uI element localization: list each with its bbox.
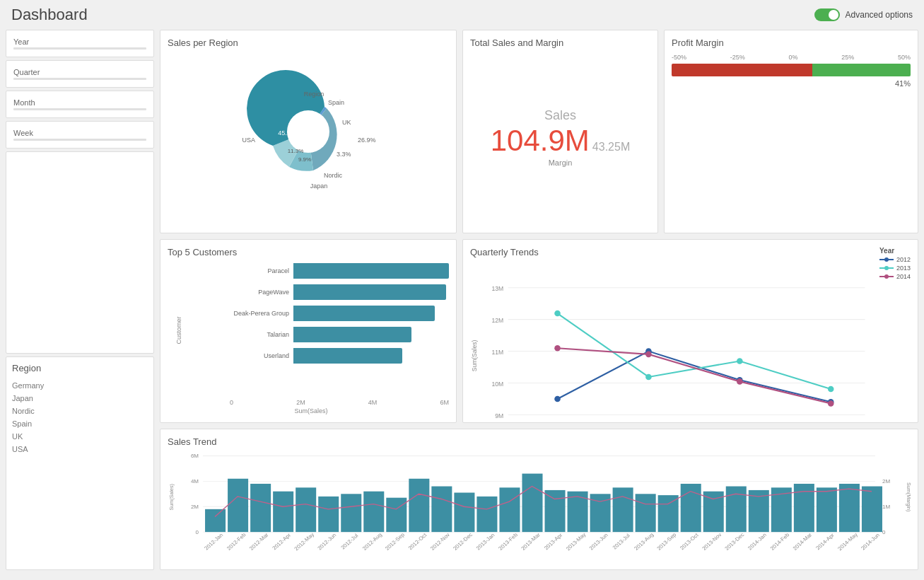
legend-2013: 2013 (879, 265, 911, 272)
trend-yr-0: 0 (882, 529, 885, 535)
trend-y-2m: 2M (191, 504, 199, 509)
bar-29 (862, 487, 882, 533)
x-label-7: 2012-Aug (361, 532, 383, 552)
bar-2 (250, 484, 271, 532)
bar-18 (613, 487, 633, 532)
sales-per-region-title: Sales per Region (168, 37, 449, 48)
pm-bar-red (672, 64, 812, 76)
bar-fill-userland (293, 348, 402, 364)
year-filter-bar (13, 47, 146, 50)
x-label-q2: Q2 (645, 422, 653, 423)
bar-15 (545, 490, 566, 532)
dot-2014-q3 (737, 378, 743, 385)
x-label-23: 2013-Dec (723, 532, 745, 552)
x-label-18: 2013-Jul (612, 533, 632, 551)
x-label-29: 2014-Jun (860, 532, 881, 551)
region-item-spain[interactable]: Spain (12, 417, 148, 430)
pm-bar-track (672, 64, 911, 76)
bar-track-userland (293, 348, 449, 364)
x-label-0: 2012-Jan (203, 532, 224, 551)
bar-19 (636, 494, 656, 532)
total-sales-content: Sales 104.9M 43.25M Margin (470, 54, 650, 221)
x-label-4: 2012-May (293, 531, 315, 552)
pct-nordic: 9.9% (298, 156, 311, 163)
bar-row-pagewave: PageWave (230, 284, 449, 300)
region-item-nordic[interactable]: Nordic (12, 405, 148, 417)
x-label-20: 2013-Sep (655, 532, 677, 552)
svg-point-3 (884, 266, 889, 270)
top-row: Sales per Region (160, 30, 918, 233)
margin-label: Margin (549, 158, 573, 167)
bar-9 (409, 479, 429, 532)
advanced-options-toggle[interactable] (814, 8, 840, 21)
margin-value-inline: 43.25M (592, 141, 630, 153)
x-label-27: 2014-Apr (814, 532, 836, 551)
region-item-uk[interactable]: UK (12, 430, 148, 443)
region-title: Region (12, 363, 148, 373)
advanced-options-container: Advanced options (814, 8, 913, 21)
advanced-options-label: Advanced options (846, 10, 913, 20)
pm-axis-0: 0% (788, 54, 797, 61)
quarterly-svg: 13M 12M 11M 10M 9M Q1 Q2 Q3 Q4 Quarter, (470, 280, 911, 423)
dot-2013-q1 (554, 311, 561, 317)
dot-2013-q4 (828, 386, 834, 393)
x-label-16: 2013-May (565, 531, 587, 552)
bar-4 (296, 487, 316, 532)
x-label-14: 2013-Mar (520, 532, 542, 552)
total-sales-title: Total Sales and Margin (470, 37, 650, 48)
bar-fill-pagewave (293, 284, 446, 300)
content-area: Sales per Region (160, 30, 918, 570)
x-label-25: 2014-Feb (769, 532, 791, 552)
bar-5 (318, 497, 339, 532)
x-label-5: 2012-Jun (316, 532, 337, 551)
top5-title: Top 5 Customers (168, 247, 449, 257)
region-item-germany[interactable]: Germany (12, 379, 148, 392)
filter-year[interactable]: Year (6, 30, 154, 57)
region-label-uk: UK (342, 119, 351, 126)
bar-12 (476, 497, 497, 532)
pm-axis-neg50: -50% (672, 54, 686, 61)
bar-28 (839, 484, 860, 532)
bar-8 (386, 498, 407, 532)
dot-2012-q1 (554, 396, 561, 402)
legend-2014: 2014 (879, 273, 911, 280)
filter-week[interactable]: Week (6, 121, 154, 149)
x-tick-0: 0 (230, 399, 233, 406)
sales-label: Sales (544, 108, 576, 123)
header: Dashboard Advanced options (0, 0, 924, 30)
sales-value-container: 104.9M 43.25M (491, 126, 630, 156)
bar-row-userland: Userland (230, 348, 449, 364)
dot-2014-q4 (828, 400, 834, 407)
pm-axis-50: 50% (898, 54, 911, 61)
x-label-q4: Q4 (826, 422, 835, 423)
sidebar: Year Quarter Month Week Region Germany J… (6, 30, 154, 570)
sales-trend-chart: 0 2M 4M 6M 0 1M 2M Sum(Sales) Sum(Margin… (168, 453, 911, 557)
pm-axis: -50% -25% 0% 25% 50% (672, 54, 911, 61)
x-label-19: 2013-Aug (633, 532, 655, 552)
middle-row: Top 5 Customers Customer Paracel (160, 239, 918, 423)
bar-13 (499, 487, 520, 532)
pm-axis-25: 25% (841, 54, 854, 61)
top5-bars-container: Paracel PageWave (173, 263, 449, 398)
bar-27 (817, 487, 837, 532)
pct-usa: 45.5% (278, 129, 296, 137)
x-label-26: 2014-Mar (792, 532, 814, 552)
region-item-japan[interactable]: Japan (12, 392, 148, 405)
bar-row-deak: Deak-Perera Group (230, 306, 449, 321)
sales-value: 104.9M (491, 126, 590, 156)
x-label-13: 2013-Feb (497, 532, 519, 552)
x-label-11: 2012-Dec (452, 532, 474, 552)
filter-quarter[interactable]: Quarter (6, 60, 154, 88)
top5-customers-panel: Top 5 Customers Customer Paracel (160, 239, 457, 423)
pm-axis-neg25: -25% (730, 54, 745, 61)
quarterly-chart: 13M 12M 11M 10M 9M Q1 Q2 Q3 Q4 Quarter, (470, 280, 911, 423)
legend-year-label: Year (879, 247, 911, 255)
bar-row-paracel: Paracel (230, 263, 449, 279)
x-tick-6m: 6M (440, 399, 449, 406)
legend-2013-label: 2013 (896, 265, 911, 272)
region-item-usa[interactable]: USA (12, 443, 148, 456)
region-pct-spain: 3.3% (337, 151, 351, 158)
bar-track-deak (293, 306, 449, 321)
y-label-13m: 13M (492, 285, 504, 292)
filter-month[interactable]: Month (6, 91, 154, 118)
